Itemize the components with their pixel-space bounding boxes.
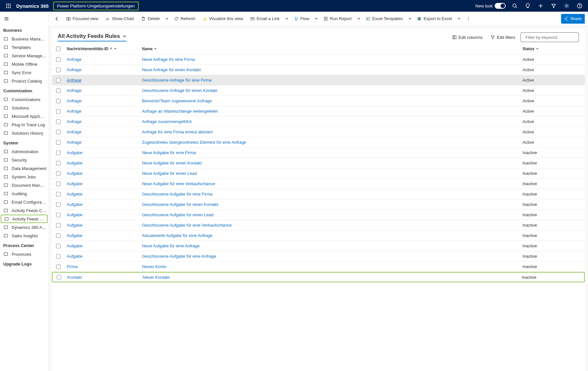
name-link[interactable]: Geschlossene Aufgabe für eine Verkaufsch… — [142, 223, 232, 228]
name-link[interactable]: Anfrage zusammengeführt — [142, 119, 192, 124]
row-checkbox[interactable] — [56, 161, 61, 165]
entity-link[interactable]: Aufgabe — [67, 171, 82, 176]
sidebar-item[interactable]: Product Catalog — [0, 77, 48, 85]
entity-link[interactable]: Aufgabe — [67, 161, 82, 165]
new-look-toggle[interactable]: New look — [476, 3, 506, 9]
table-row[interactable]: AufgabeGeschlossene Aufgabe für eine Ver… — [52, 220, 585, 230]
sidebar-item[interactable]: Solutions History — [0, 129, 48, 137]
sidebar-item[interactable]: Email Configuration — [0, 198, 48, 206]
back-button[interactable] — [52, 14, 62, 24]
table-row[interactable]: AnfrageNeue Anfrage für einen KontaktAct… — [52, 65, 585, 75]
entity-link[interactable]: Aufgabe — [67, 254, 82, 259]
row-checkbox[interactable] — [56, 202, 61, 207]
toggle-icon[interactable] — [495, 3, 506, 9]
row-checkbox[interactable] — [56, 88, 61, 93]
row-checkbox[interactable] — [56, 68, 61, 72]
hamburger-icon[interactable] — [1, 13, 12, 25]
edit-filters-button[interactable]: Edit filters — [488, 32, 518, 42]
entity-link[interactable]: Kontakt — [67, 275, 82, 280]
sidebar-item[interactable]: Document Manage... — [0, 181, 48, 189]
column-header-status[interactable]: Status — [520, 47, 585, 51]
sidebar-item[interactable]: Auditing — [0, 189, 48, 198]
table-row[interactable]: AufgabeNeue Aufgabe für eine AnfrageInac… — [52, 241, 585, 251]
name-link[interactable]: Geschlossene Anfrage für einen Kontakt — [142, 88, 218, 93]
row-checkbox[interactable] — [56, 57, 61, 62]
sidebar-item[interactable]: Administration — [0, 147, 48, 156]
name-link[interactable]: Neue Aufgabe für einen Kontakt — [142, 161, 202, 165]
table-row[interactable]: AufgabeNeue Aufgabe für einen KontaktIna… — [52, 158, 585, 168]
sidebar-item[interactable]: Sales Insights — [0, 231, 48, 240]
name-link[interactable]: Neue Anfrage für einen Kontakt — [142, 67, 201, 72]
table-row[interactable]: AnfrageGeschlossene Anfrage für eine Fir… — [52, 75, 585, 85]
name-link[interactable]: Neue Aufgabe für eine Anfrage — [142, 243, 200, 248]
table-row[interactable]: FirmaNeues KontoInactive — [52, 262, 585, 272]
entity-link[interactable]: Firma — [67, 264, 77, 269]
sidebar-item[interactable]: Security — [0, 156, 48, 164]
table-row[interactable]: AnfrageGeschlossene Anfrage für einen Ko… — [52, 85, 585, 96]
view-title[interactable]: All Activity Feeds Rules — [58, 33, 126, 41]
search-box[interactable] — [521, 32, 579, 42]
table-row[interactable]: AnfrageAnfrage zusammengeführtActive — [52, 117, 585, 127]
table-row[interactable]: AufgabeGeschlossene Aufgabe für eine Anf… — [52, 251, 585, 262]
edit-columns-button[interactable]: Edit columns — [450, 32, 485, 42]
delete-button[interactable]: Delete — [138, 14, 163, 24]
row-checkbox[interactable] — [56, 254, 61, 259]
name-link[interactable]: Neue Aufgabe für eine Firma — [142, 150, 196, 155]
sidebar-item[interactable]: Mobile Offline — [0, 60, 48, 68]
search-input[interactable] — [525, 35, 580, 40]
entity-link[interactable]: Aufgabe — [67, 233, 82, 238]
sidebar-item[interactable]: Service Management — [0, 51, 48, 60]
entity-link[interactable]: Aufgabe — [67, 192, 82, 197]
table-row[interactable]: AufgabeAktualisierte Aufgabe für eine An… — [52, 230, 585, 241]
entity-link[interactable]: Anfrage — [67, 98, 82, 103]
table-row[interactable]: AufgabeGeschlossene Aufgabe für eine Fir… — [52, 189, 585, 199]
name-link[interactable]: Aktualisierte Aufgabe für eine Anfrage — [142, 233, 213, 238]
export-excel-button[interactable]: Export to Excel — [414, 14, 455, 24]
table-row[interactable]: AnfrageAnfrage an Warteschlange weiterge… — [52, 106, 585, 117]
row-checkbox[interactable] — [56, 233, 61, 238]
templates-chevron-icon[interactable] — [407, 14, 413, 24]
sidebar-item[interactable]: Business Management — [0, 35, 48, 43]
row-checkbox[interactable] — [56, 151, 61, 155]
sidebar-item[interactable]: Activity Feeds Config... — [0, 206, 48, 215]
entity-link[interactable]: Anfrage — [67, 129, 82, 134]
email-link-button[interactable]: Email a Link — [247, 14, 283, 24]
row-checkbox[interactable] — [56, 192, 61, 197]
name-link[interactable]: Neuer Kontakt — [143, 275, 170, 280]
entity-link[interactable]: Aufgabe — [67, 202, 82, 207]
sidebar-item[interactable]: Activity Feeds Rules — [1, 215, 48, 223]
row-checkbox[interactable] — [56, 213, 61, 217]
filter-icon[interactable] — [548, 0, 559, 12]
name-link[interactable]: Benutzer/Team zugewiesene Anfrage — [142, 98, 212, 103]
sidebar-item[interactable]: System Jobs — [0, 173, 48, 181]
app-name[interactable]: Dynamics 365 — [16, 3, 49, 9]
table-row[interactable]: AnfrageBenutzer/Team zugewiesene Anfrage… — [52, 96, 585, 106]
visualize-button[interactable]: Visualize this view — [199, 14, 246, 24]
focused-view-button[interactable]: Focused view — [63, 14, 101, 24]
name-link[interactable]: Geschlossene Aufgabe für eine Anfrage — [142, 254, 216, 259]
export-chevron-icon[interactable] — [456, 14, 462, 24]
delete-chevron-icon[interactable] — [164, 14, 170, 24]
row-checkbox[interactable] — [56, 182, 61, 186]
entity-link[interactable]: Anfrage — [67, 140, 82, 145]
gear-icon[interactable] — [561, 0, 572, 12]
refresh-button[interactable]: Refresh — [171, 14, 199, 24]
share-button[interactable]: Share — [561, 14, 585, 24]
sidebar-item[interactable]: Solutions — [0, 104, 48, 112]
sidebar-item[interactable]: Processes — [0, 250, 48, 258]
name-link[interactable]: Anfrage an Warteschlange weitergeleitet — [142, 109, 218, 114]
entity-link[interactable]: Aufgabe — [67, 150, 82, 155]
name-link[interactable]: Neue Anfrage für eine Firma — [142, 57, 195, 62]
entity-link[interactable]: Anfrage — [67, 67, 82, 72]
row-checkbox[interactable] — [57, 275, 61, 279]
sidebar-item[interactable]: Data Management — [0, 164, 48, 173]
name-link[interactable]: Neue Aufgabe für eine Verkaufschance — [142, 181, 215, 186]
sidebar-item[interactable]: Sync Error — [0, 68, 48, 77]
report-chevron-icon[interactable] — [356, 14, 362, 24]
entity-link[interactable]: Anfrage — [67, 57, 82, 62]
name-link[interactable]: Anfrage für eine Firma erneut aktiviert — [142, 129, 213, 134]
select-all-checkbox[interactable] — [56, 47, 61, 51]
column-header-name[interactable]: Name — [139, 47, 520, 51]
entity-link[interactable]: Anfrage — [67, 109, 82, 114]
search-icon[interactable] — [509, 0, 521, 12]
